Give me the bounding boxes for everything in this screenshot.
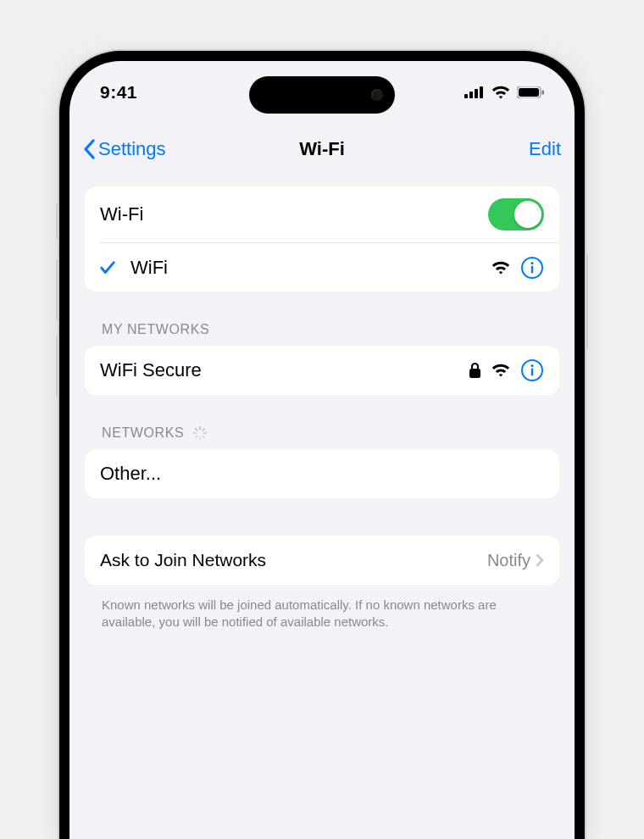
volume-up-button <box>56 259 59 320</box>
svg-rect-0 <box>464 94 468 98</box>
networks-header: NETWORKS <box>85 420 559 449</box>
my-networks-group: WiFi Secure <box>85 346 559 395</box>
my-networks-header-label: MY NETWORKS <box>102 322 209 337</box>
checkmark-icon <box>98 258 117 277</box>
battery-icon <box>517 86 544 98</box>
wifi-toggle-row: Wi-Fi <box>85 186 559 242</box>
connected-network-name: WiFi <box>130 257 168 279</box>
spinner-icon <box>192 425 208 441</box>
svg-line-21 <box>203 429 204 431</box>
back-button[interactable]: Settings <box>83 138 166 160</box>
svg-line-19 <box>203 436 204 437</box>
svg-rect-10 <box>469 369 480 378</box>
chevron-right-icon <box>536 553 544 567</box>
svg-rect-9 <box>531 265 533 273</box>
volume-down-button <box>56 336 59 397</box>
svg-rect-5 <box>519 88 539 97</box>
other-network-row[interactable]: Other... <box>85 449 559 498</box>
info-icon[interactable] <box>520 358 544 382</box>
svg-line-18 <box>196 429 197 431</box>
svg-rect-2 <box>475 89 478 98</box>
info-icon[interactable] <box>520 256 544 280</box>
ask-footnote: Known networks will be joined automatica… <box>85 590 559 631</box>
cellular-icon <box>464 86 485 98</box>
svg-point-12 <box>530 364 533 367</box>
ask-group: Ask to Join Networks Notify <box>85 536 559 585</box>
networks-header-label: NETWORKS <box>102 425 184 441</box>
svg-line-20 <box>196 436 197 437</box>
networks-group: Other... <box>85 449 559 498</box>
content: Wi-Fi WiFi MY NETWOR <box>69 175 575 631</box>
wifi-group: Wi-Fi WiFi <box>85 186 559 292</box>
dynamic-island <box>249 76 395 114</box>
wifi-toggle[interactable] <box>488 198 544 231</box>
chevron-left-icon <box>83 139 95 159</box>
ask-label: Ask to Join Networks <box>100 550 266 570</box>
side-button <box>56 203 59 239</box>
nav-bar: Settings Wi-Fi Edit <box>69 124 575 175</box>
status-time: 9:41 <box>100 82 137 103</box>
network-row[interactable]: WiFi Secure <box>85 346 559 395</box>
power-button <box>585 254 588 349</box>
svg-point-8 <box>530 261 533 264</box>
wifi-toggle-label: Wi-Fi <box>100 203 143 225</box>
network-name: WiFi Secure <box>100 359 202 381</box>
wifi-status-icon <box>491 86 510 99</box>
edit-button[interactable]: Edit <box>529 138 561 160</box>
connected-network-row[interactable]: WiFi <box>100 242 559 292</box>
lock-icon <box>469 362 481 379</box>
svg-rect-6 <box>542 91 545 95</box>
screen: 9:41 Sett <box>69 61 575 839</box>
wifi-signal-icon <box>491 364 510 377</box>
ask-value: Notify <box>487 551 530 570</box>
my-networks-header: MY NETWORKS <box>85 317 559 346</box>
wifi-signal-icon <box>491 261 510 275</box>
svg-rect-3 <box>480 86 483 98</box>
ask-to-join-row[interactable]: Ask to Join Networks Notify <box>85 536 559 585</box>
back-label: Settings <box>98 138 166 160</box>
phone-frame: 9:41 Sett <box>59 51 585 839</box>
svg-rect-1 <box>469 92 473 98</box>
svg-rect-13 <box>531 369 533 376</box>
other-label: Other... <box>100 463 161 485</box>
